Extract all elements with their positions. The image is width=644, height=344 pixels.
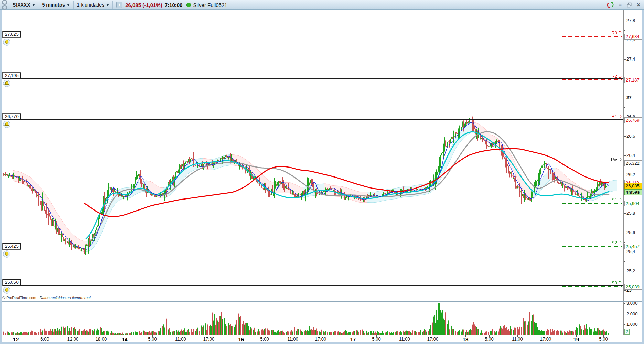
pivot-line-r3-d[interactable]: [562, 36, 622, 37]
pivot-line-s3-d[interactable]: [562, 286, 622, 287]
time-axis-day-label: 16: [238, 336, 244, 342]
axis-price-label: 27: [626, 95, 631, 100]
chevron-down-icon: [32, 4, 35, 6]
toolbar-separator: [112, 1, 113, 9]
alert-line[interactable]: [2, 78, 623, 79]
last-volume-box: 2: [624, 329, 630, 335]
time-axis-label: 12:00: [67, 336, 79, 342]
axis-minor-tick: [624, 155, 625, 156]
symbol-dropdown[interactable]: SIXXXX: [9, 1, 39, 9]
realtime-data-note: Datos recibidos en tiempo real: [40, 295, 91, 300]
alert-price-label[interactable]: 26,770: [3, 114, 21, 120]
alarm-bell-icon[interactable]: [3, 39, 10, 46]
chevron-down-icon: [67, 4, 70, 6]
alert-line[interactable]: [2, 37, 623, 37]
alert-price-label[interactable]: 27,625: [3, 31, 21, 37]
axis-minor-tick: [624, 107, 625, 108]
time-axis-label: 5:00: [148, 336, 157, 342]
time-axis-label: 6:00: [40, 336, 49, 342]
link-ring-icon: [2, 0, 7, 5]
axis-price-label: 25,2: [626, 269, 635, 273]
volume-pane[interactable]: [2, 302, 623, 335]
refresh-icon[interactable]: [607, 1, 614, 9]
axis-minor-tick: [624, 146, 625, 146]
axis-price-label: 25,8: [626, 211, 635, 216]
volume-axis-tick: [624, 303, 625, 304]
axis-minor-tick: [624, 50, 625, 50]
time-axis-label: 17:00: [540, 336, 551, 342]
alert-price-label[interactable]: 25,425: [3, 243, 21, 249]
window-bottom-border: [0, 342, 644, 344]
axis-minor-tick: [624, 30, 625, 31]
pivot-line-piv-d[interactable]: [562, 163, 622, 163]
pivot-price-box: 26,769: [624, 117, 643, 123]
copyright-text: © ProRealTime.com: [2, 295, 36, 300]
alarm-bell-icon[interactable]: [3, 250, 10, 258]
price-overlay: 27,62527,19526,77025,42525,050R3 DR2 DR1…: [2, 10, 623, 295]
time-axis-day-label: 12: [13, 336, 19, 342]
alarm-bell-icon[interactable]: [3, 80, 10, 87]
time-axis-label: 17:00: [315, 336, 326, 342]
price-pane[interactable]: 27,62527,19526,77025,42525,050R3 DR2 DR1…: [2, 10, 623, 295]
axis-minor-tick: [624, 261, 625, 262]
link-rings-icon[interactable]: [0, 0, 9, 10]
axis-minor-tick: [624, 98, 625, 98]
axis-price-label: 26,2: [626, 172, 635, 177]
units-dropdown[interactable]: 1 k unidades: [73, 1, 112, 9]
instrument-name: Silver Full0521: [193, 2, 227, 8]
pivot-price-box: 25,457: [624, 244, 643, 249]
pivot-price-box: 25,904: [624, 201, 643, 206]
pivot-price-box: 26,322: [624, 160, 643, 166]
volume-axis-label: 2.000: [626, 312, 638, 316]
price-axis[interactable]: 27,827,627,427,22726,826,626,426,22625,8…: [623, 10, 642, 335]
axis-price-label: 26,6: [626, 134, 635, 139]
time-axis-label: 11:00: [287, 336, 298, 342]
time-axis-label: 5:00: [260, 336, 269, 342]
axis-price-label: 27,8: [626, 18, 635, 23]
time-axis-label: 5:00: [485, 336, 493, 342]
time-axis-label: 11:00: [175, 336, 186, 342]
symbol-label: SIXXXX: [13, 2, 30, 8]
alarm-bell-icon[interactable]: [3, 121, 10, 128]
pivot-line-s1-d[interactable]: [562, 203, 622, 204]
time-axis-day-label: 17: [350, 336, 356, 342]
timeframe-dropdown[interactable]: 5 minutos: [39, 1, 73, 9]
alert-line[interactable]: [2, 249, 623, 249]
pivot-price-box: 27,187: [624, 77, 643, 83]
alert-line[interactable]: [2, 119, 623, 120]
minimize-button[interactable]: –: [618, 2, 623, 8]
market-open-status-icon: [186, 3, 191, 7]
pivot-line-r1-d[interactable]: [562, 120, 622, 120]
pivot-label: S1 D: [561, 197, 622, 202]
time-axis-label: 18:00: [96, 336, 107, 342]
alert-line[interactable]: [2, 285, 623, 286]
bar-countdown-box: 4m59s: [624, 189, 643, 195]
pivot-label: S3 D: [561, 281, 622, 286]
axis-minor-tick: [624, 69, 625, 69]
time-axis[interactable]: 126:0012:0018:00145:0011:0017:00165:0011…: [2, 335, 623, 343]
restore-window-button[interactable]: [626, 2, 632, 8]
pivot-line-s2-d[interactable]: [562, 246, 622, 247]
axis-price-label: 25,6: [626, 230, 635, 235]
info-icon[interactable]: i: [116, 2, 122, 8]
close-button[interactable]: ✕: [636, 2, 641, 8]
axis-minor-tick: [624, 59, 625, 60]
pivot-line-r2-d[interactable]: [562, 79, 622, 80]
alert-price-label[interactable]: 25,050: [3, 279, 21, 286]
pivot-label: S2 D: [561, 240, 622, 245]
window-right-border: [642, 10, 644, 344]
axis-minor-tick: [624, 271, 625, 271]
axis-minor-tick: [624, 40, 625, 40]
alert-price-label[interactable]: 27,195: [3, 73, 21, 79]
axis-minor-tick: [624, 127, 625, 127]
timeframe-label: 5 minutos: [42, 2, 65, 8]
alarm-bell-icon[interactable]: [3, 287, 10, 294]
units-label: 1 k unidades: [77, 2, 104, 8]
pivot-label: R1 D: [561, 114, 622, 119]
time-axis-label: 17:00: [427, 336, 439, 342]
axis-price-label: 27,4: [626, 57, 635, 62]
volume-chart-canvas[interactable]: [2, 302, 623, 335]
axis-minor-tick: [624, 213, 625, 214]
axis-minor-tick: [624, 11, 625, 11]
chevron-down-icon: [106, 4, 109, 6]
